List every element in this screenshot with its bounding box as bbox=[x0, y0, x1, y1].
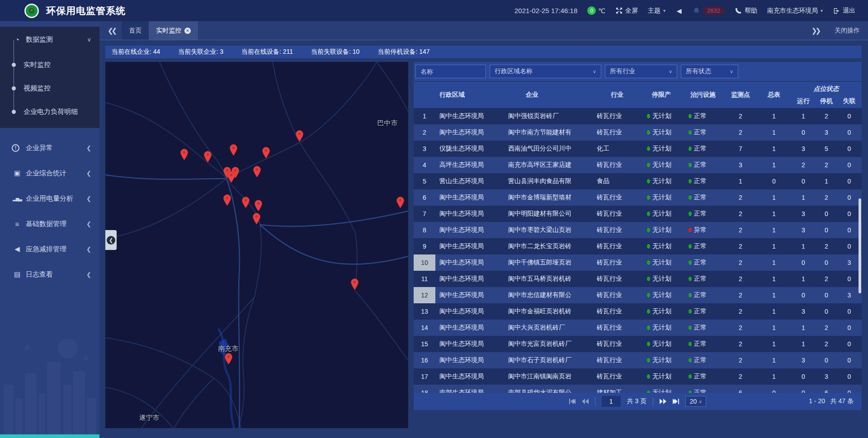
chevron-down-icon: ∨ bbox=[669, 69, 672, 75]
theme-label: 主题 bbox=[648, 7, 660, 15]
table-row[interactable]: 14阆中生态环境局阆中大兴页岩机砖厂砖瓦行业无计划正常21120 bbox=[414, 320, 862, 336]
cell-total-meter: 1 bbox=[757, 129, 791, 136]
cell-industry: 砖瓦行业 bbox=[593, 307, 641, 316]
bullet-icon bbox=[12, 63, 16, 67]
region-filter-value: 行政区域名称 bbox=[495, 67, 533, 75]
status-dot-green bbox=[647, 374, 650, 379]
table-row[interactable]: 10阆中生态环境局阆中千佛镇五郎垭页岩砖瓦行业无计划正常21003 bbox=[414, 254, 862, 271]
col-total: 总表 bbox=[757, 82, 791, 108]
map-marker[interactable] bbox=[223, 194, 231, 206]
map-marker[interactable] bbox=[396, 196, 405, 208]
tab-1[interactable]: 实时监控✕ bbox=[149, 21, 198, 40]
tabs-scroll-right-icon[interactable]: ❯❯ bbox=[808, 27, 823, 35]
map-marker[interactable] bbox=[252, 212, 261, 225]
table-row[interactable]: 16阆中生态环境局阆中市石子页岩机砖厂砖瓦行业无计划正常21300 bbox=[414, 352, 862, 368]
stop-status-label: 无计划 bbox=[652, 193, 671, 201]
cell-run-count: 3 bbox=[791, 226, 816, 234]
map-marker[interactable] bbox=[253, 165, 261, 178]
sidebar-item-6[interactable]: ▤日志查看❮ bbox=[0, 262, 99, 287]
table-row[interactable]: 13阆中生态环境局阆中市金福旺页岩机砖砖瓦行业无计划正常21300 bbox=[414, 303, 862, 320]
map-marker[interactable] bbox=[254, 199, 263, 212]
sidebar-collapse-handle[interactable]: ❮ bbox=[105, 230, 117, 250]
first-page-icon[interactable] bbox=[569, 399, 576, 404]
table-row[interactable]: 6阆中生态环境局阆中市金博瑞新型墙材砖瓦行业无计划正常21120 bbox=[414, 189, 862, 206]
cell-industry: 砖瓦行业 bbox=[593, 259, 641, 267]
close-icon[interactable]: ✕ bbox=[184, 28, 191, 34]
cell-facility-status: 正常 bbox=[682, 291, 724, 299]
sidebar-item-0[interactable]: ◔数据监测∨ bbox=[0, 27, 99, 52]
cell-run-count: 1 bbox=[791, 324, 816, 331]
table-row[interactable]: 3仪陇生态环境局西南油气田分公司川中化工无计划正常71350 bbox=[414, 141, 862, 157]
sidebar-subitem-label: 企业电力负荷明细 bbox=[24, 108, 78, 116]
sidebar-group-3: ▂▅▃企业用电量分析❮ bbox=[0, 186, 99, 211]
notifications-widget[interactable]: 2632 bbox=[693, 6, 725, 15]
fullscreen-button[interactable]: 全屏 bbox=[615, 7, 638, 15]
status-dot-green bbox=[689, 114, 692, 118]
sidebar-item-3[interactable]: ▂▅▃企业用电量分析❮ bbox=[0, 186, 99, 211]
facility-status-label: 正常 bbox=[694, 193, 707, 201]
cell-row-number: 6 bbox=[414, 189, 435, 206]
table-scrollbar[interactable] bbox=[859, 198, 861, 293]
sidebar-item-5[interactable]: ◀应急减排管理❮ bbox=[0, 236, 99, 262]
col-lost: 失联 bbox=[837, 94, 862, 108]
sidebar-item-1[interactable]: !企业异常❮ bbox=[0, 135, 99, 160]
cell-total-meter: 1 bbox=[757, 161, 791, 169]
region-filter-select[interactable]: 行政区域名称 ∨ bbox=[490, 65, 601, 78]
map-marker[interactable] bbox=[350, 278, 359, 290]
table-row[interactable]: 9阆中生态环境局阆中市二龙长宝页岩砖砖瓦行业无计划正常21120 bbox=[414, 238, 862, 254]
table-row[interactable]: 2阆中生态环境局阆中市南方节能建材有砖瓦行业无计划正常21030 bbox=[414, 124, 862, 141]
tab-0[interactable]: 首页 bbox=[122, 21, 149, 40]
facility-status-label: 正常 bbox=[694, 210, 707, 217]
next-page-icon[interactable] bbox=[660, 399, 666, 404]
close-operations-button[interactable]: 关闭操作 bbox=[835, 27, 860, 35]
map-marker[interactable] bbox=[262, 146, 270, 159]
cell-lost-count: 0 bbox=[837, 178, 862, 185]
table-row[interactable]: 15阆中生态环境局阆中市光富页岩机砖厂砖瓦行业无计划正常21120 bbox=[414, 336, 862, 352]
cell-lost-count: 3 bbox=[837, 292, 862, 299]
map-marker[interactable] bbox=[224, 353, 233, 365]
cell-region: 阆中生态环境局 bbox=[435, 112, 504, 120]
map-panel[interactable]: 巴中市南充市遂宁市 ❮ bbox=[105, 62, 408, 428]
page-number-input[interactable]: 1 bbox=[602, 396, 621, 407]
table-row[interactable]: 12阆中生态环境局阆中市忠信建材有限公砖瓦行业无计划正常21003 bbox=[414, 287, 862, 303]
status-dot-green bbox=[647, 244, 650, 249]
table-row[interactable]: 8阆中生态环境局阆中市枣碧大梁山页岩砖瓦行业无计划异常21300 bbox=[414, 222, 862, 238]
cell-facility-status: 正常 bbox=[682, 242, 724, 250]
help-button[interactable]: 帮助 bbox=[735, 7, 757, 15]
sidebar-item-4[interactable]: ≡基础数据管理❮ bbox=[0, 211, 99, 236]
page-size-select[interactable]: 20 ∨ bbox=[685, 396, 706, 407]
map-marker[interactable] bbox=[180, 148, 189, 160]
status-dot-green bbox=[647, 195, 650, 200]
sidebar-subitem-1[interactable]: 视频监控 bbox=[0, 76, 99, 100]
table-header: 行政区域 企业 行业 停限产 治污设施 监测点 总表 点位状态 运行 停机 失联 bbox=[414, 82, 862, 108]
map-marker[interactable] bbox=[203, 151, 212, 163]
sidebar-subitem-0[interactable]: 实时监控 bbox=[0, 53, 99, 76]
map-marker[interactable] bbox=[229, 144, 238, 156]
sidebar-item-2[interactable]: ▣企业综合统计❮ bbox=[0, 160, 99, 186]
table-row[interactable]: 7阆中生态环境局阆中明阳建材有限公司砖瓦行业无计划正常21300 bbox=[414, 206, 862, 222]
logout-button[interactable]: 退出 bbox=[833, 7, 855, 15]
cell-monitor-points: 2 bbox=[724, 113, 757, 120]
sidebar-subitem-2[interactable]: 企业电力负荷明细 bbox=[0, 100, 99, 123]
industry-filter-select[interactable]: 所有行业 ∨ bbox=[605, 65, 677, 78]
cell-stop-status: 无计划 bbox=[641, 128, 682, 137]
mute-button[interactable]: ◀ bbox=[675, 7, 683, 14]
status-dot-green bbox=[647, 342, 650, 346]
cell-total-meter: 1 bbox=[757, 145, 791, 152]
org-dropdown[interactable]: 南充市生态环境局 ▾ bbox=[767, 7, 823, 15]
tabs-scroll-left-icon[interactable]: ❮❮ bbox=[104, 27, 119, 35]
last-page-icon[interactable] bbox=[673, 399, 679, 404]
table-row[interactable]: 5营山生态环境局营山县润丰肉食品有限食品无计划正常10010 bbox=[414, 173, 862, 189]
map-marker[interactable] bbox=[227, 171, 236, 183]
table-row[interactable]: 18南部生态环境局南部县砚华水泥有限公建材加工无计划正常60060 bbox=[414, 385, 862, 393]
table-row[interactable]: 4高坪生态环境局南充市高坪区王家店建砖瓦行业无计划正常31220 bbox=[414, 157, 862, 173]
map-marker[interactable] bbox=[241, 196, 250, 208]
name-filter-input[interactable] bbox=[415, 65, 486, 78]
theme-dropdown[interactable]: 主题 ▾ bbox=[648, 7, 665, 15]
map-marker[interactable] bbox=[295, 130, 304, 142]
status-filter-select[interactable]: 所有状态 ∨ bbox=[681, 65, 738, 78]
table-row[interactable]: 17阆中生态环境局阆中市江南镇阆南页岩砖瓦行业无计划正常21030 bbox=[414, 368, 862, 385]
prev-page-icon[interactable] bbox=[582, 399, 589, 404]
table-row[interactable]: 1阆中生态环境局阆中强锐页岩砖厂砖瓦行业无计划正常21120 bbox=[414, 108, 862, 124]
table-row[interactable]: 11阆中生态环境局阆中市五马桥页岩机砖砖瓦行业无计划正常21120 bbox=[414, 271, 862, 287]
